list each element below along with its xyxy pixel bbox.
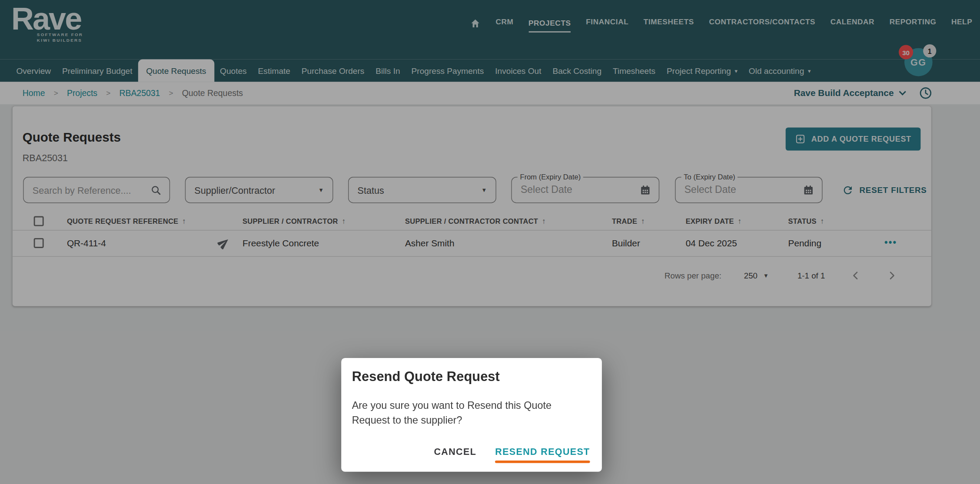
dialog-message: Are you sure you want to Resend this Quo… [352, 398, 568, 428]
dialog-actions: CANCEL RESEND REQUEST [434, 446, 590, 457]
cancel-button[interactable]: CANCEL [434, 446, 476, 457]
resend-request-button[interactable]: RESEND REQUEST [495, 446, 590, 457]
resend-quote-request-dialog: Resend Quote Request Are you sure you wa… [341, 358, 602, 472]
app-root: Rave SOFTWARE FOR KIWI BUILDERS CRM PROJ… [0, 0, 980, 484]
dialog-title: Resend Quote Request [352, 369, 500, 385]
screenshot-stage: Rave SOFTWARE FOR KIWI BUILDERS CRM PROJ… [0, 0, 980, 484]
